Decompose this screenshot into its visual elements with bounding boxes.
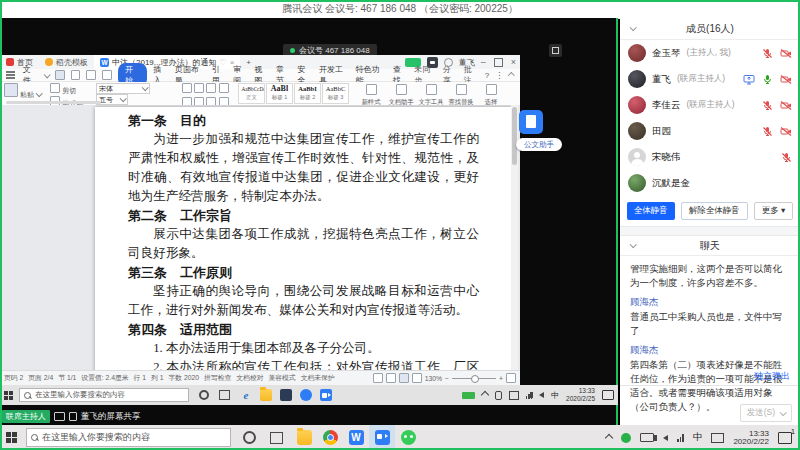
action-center-icon[interactable] [602, 390, 614, 400]
undo-icon[interactable] [86, 70, 96, 80]
unmute-all-button[interactable]: 解除全体静音 [681, 202, 748, 220]
zoom-slider-knob[interactable] [471, 375, 479, 383]
ime-indicator[interactable]: 中 [693, 431, 703, 444]
mic-muted-icon[interactable] [762, 48, 773, 59]
shared-clock[interactable]: 13:33 2020/2/25 [566, 387, 595, 403]
font-name-select[interactable]: 宋体 [96, 83, 150, 94]
mic-on-icon[interactable] [762, 74, 773, 85]
camera-off-icon[interactable] [780, 126, 792, 137]
mic-muted-icon[interactable] [762, 100, 773, 111]
member-row[interactable]: 董飞 (联席主持人) [620, 66, 800, 92]
tray-expand-icon[interactable] [480, 391, 488, 399]
mail-icon[interactable] [280, 389, 292, 401]
cut-icon[interactable] [50, 83, 60, 93]
action-center-icon[interactable]: 1 [778, 432, 792, 444]
zoom-out-button[interactable]: − [445, 375, 449, 382]
chat-header[interactable]: 聊天 [620, 236, 800, 256]
tray-expand-icon[interactable] [605, 433, 613, 441]
wechat-button[interactable] [395, 425, 421, 450]
task-view-icon[interactable] [219, 390, 230, 400]
start-button-icon[interactable] [6, 432, 18, 444]
camera-off-icon[interactable] [780, 74, 792, 85]
collapse-chat-icon[interactable] [630, 241, 637, 248]
more-button[interactable]: 更多 ▾ [754, 202, 794, 220]
status-word-count[interactable]: 字数 2020 [169, 373, 200, 383]
cortana-icon[interactable] [243, 431, 256, 444]
paste-icon[interactable] [4, 83, 18, 97]
member-row[interactable]: 田园 [620, 118, 800, 144]
chat-messages[interactable]: 管理实施细则，这两个是否可以简化为一个制度，许多内容差不多。 顾海杰 普通员工中… [620, 256, 800, 414]
camera-off-icon[interactable] [780, 100, 792, 111]
send-button[interactable]: 发送(S) [740, 404, 792, 422]
file-explorer-icon[interactable] [260, 389, 272, 401]
text-tools-button[interactable]: 文字工具 [416, 83, 446, 107]
member-row[interactable]: 沉默是金 [620, 170, 800, 196]
battery-full-icon[interactable] [462, 392, 475, 399]
status-proofread[interactable]: 文档校对 [236, 373, 263, 383]
new-style-button[interactable]: 新样式 [356, 83, 386, 107]
zoom-value[interactable]: 130% [425, 375, 442, 382]
popout-chat-link[interactable]: 独立弹出 [754, 370, 790, 383]
mic-muted-icon[interactable] [762, 126, 773, 137]
mic-muted-icon[interactable] [781, 152, 792, 163]
file-explorer-button[interactable] [291, 425, 317, 450]
scrollbar-thumb[interactable] [512, 107, 517, 165]
taskbar-clock[interactable]: 13:33 2020/2/22 [733, 430, 769, 446]
style-heading2[interactable]: AaBbI 标题 2 [294, 83, 321, 104]
network-icon[interactable] [677, 434, 684, 442]
member-row[interactable]: 李佳云 (联席主持人) [620, 92, 800, 118]
camera-off-icon[interactable] [780, 48, 792, 59]
cut-label[interactable]: 剪切 [62, 87, 76, 94]
bullets-icon[interactable] [182, 83, 192, 93]
style-heading1[interactable]: AaBl 标题 1 [266, 83, 293, 104]
wechat-tray-icon[interactable] [621, 433, 631, 443]
battery-icon[interactable] [640, 433, 654, 442]
zoom-slider[interactable] [452, 378, 496, 379]
meeting-app-icon[interactable] [320, 389, 332, 401]
collapse-members-icon[interactable] [630, 24, 637, 31]
ribbon-grip[interactable] [6, 101, 101, 104]
more-icon[interactable]: ⋮ [495, 71, 503, 80]
volume-icon[interactable] [663, 435, 668, 441]
doc-assistant-widget-label[interactable]: 公文助手 [516, 138, 562, 151]
paste-label[interactable]: 粘贴 [20, 91, 34, 98]
display-tray-icon[interactable] [509, 391, 519, 400]
numbering-icon[interactable] [194, 83, 204, 93]
style-heading3[interactable]: AaBbC 标题 3 [322, 83, 349, 104]
fit-page-icon[interactable] [506, 373, 516, 383]
shared-search-input[interactable]: 在这里输入你要搜索的内容 [19, 388, 189, 402]
help-icon[interactable]: ? [485, 71, 489, 80]
collapse-ribbon-icon[interactable] [508, 72, 515, 79]
font-size-select[interactable]: 五号 [96, 94, 128, 105]
tab-templates[interactable]: 稻壳模板 [39, 55, 94, 69]
page-view-icon[interactable] [386, 373, 396, 383]
mute-all-button[interactable]: 全体静音 [627, 202, 675, 220]
print-icon[interactable] [71, 70, 81, 80]
wps-button[interactable]: W [343, 425, 369, 450]
select-button[interactable]: 选择 [476, 83, 506, 107]
status-spellcheck[interactable]: 拼写检查 [204, 373, 231, 383]
start-button-icon[interactable] [4, 391, 13, 400]
find-replace-button[interactable]: 查找替换 [446, 83, 476, 107]
member-row[interactable]: 宋晓伟 [620, 144, 800, 170]
taskbar-search-input[interactable]: 在这里输入你要搜索的内容 [26, 428, 231, 447]
mic-tray-icon[interactable] [495, 391, 502, 400]
document-page[interactable]: 第一条 目的 为进一步加强和规范中达集团宣传工作，维护宣传工作的严肃性和权威性，… [95, 107, 512, 370]
style-normal[interactable]: AaBbCcDd 正文 [238, 83, 265, 104]
hamburger-icon[interactable] [6, 74, 15, 76]
meeting-button[interactable] [369, 425, 395, 450]
member-row[interactable]: 金玉琴 (主持人, 我) [620, 40, 800, 66]
ime-indicator[interactable]: 中 [551, 390, 559, 401]
chrome-button[interactable] [317, 425, 343, 450]
indent-icon[interactable] [206, 83, 216, 93]
doc-assistant-button[interactable]: 文档助手 [386, 83, 416, 107]
edge-icon[interactable]: e [240, 389, 252, 401]
sharing-screen-icon[interactable] [743, 74, 755, 85]
cortana-icon[interactable] [199, 390, 209, 400]
redo-icon[interactable] [102, 70, 112, 80]
view-mode-icon[interactable] [373, 373, 383, 383]
web-layout-icon[interactable] [412, 373, 422, 383]
volume-icon[interactable] [539, 392, 544, 398]
members-header[interactable]: 成员(16人) [620, 18, 800, 40]
zoom-in-button[interactable]: + [499, 375, 503, 382]
